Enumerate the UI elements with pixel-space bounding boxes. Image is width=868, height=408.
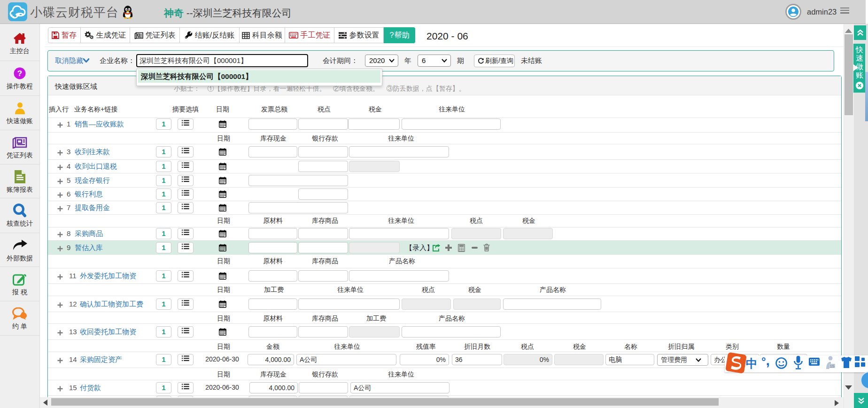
svg-text:?: ?: [17, 69, 22, 78]
svg-text:15: 15: [829, 364, 834, 369]
